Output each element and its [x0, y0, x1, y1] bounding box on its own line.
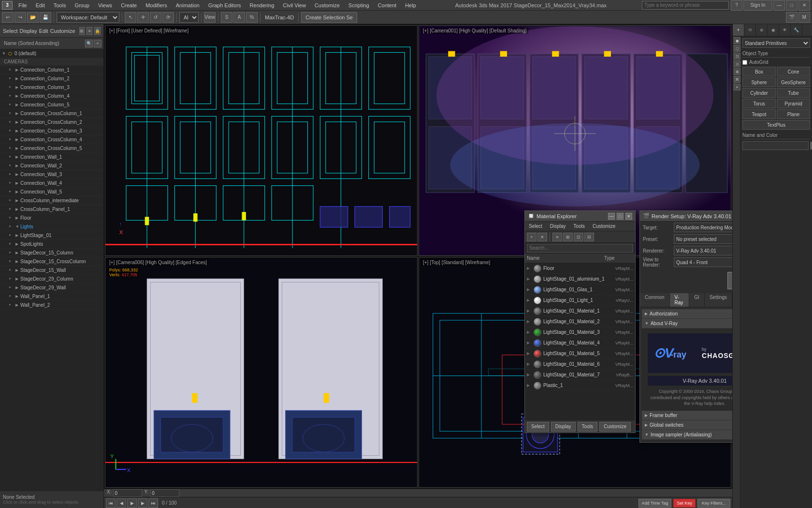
- sidebar-customize-label[interactable]: Customize: [50, 28, 75, 34]
- mat-footer-display[interactable]: Display: [551, 422, 576, 432]
- btn-textplus[interactable]: TextPlus: [742, 120, 810, 130]
- sidebar-lock-btn[interactable]: 🔒: [94, 27, 101, 35]
- right-icon-6[interactable]: ⌘: [734, 76, 740, 83]
- window-close-btn[interactable]: ✕: [798, 0, 810, 11]
- save-btn[interactable]: 💾: [40, 12, 51, 23]
- menu-tools[interactable]: Tools: [50, 1, 70, 9]
- category-dropdown[interactable]: Standard Primitives: [742, 38, 810, 48]
- render-target-dropdown[interactable]: Production Rendering Mode: [674, 223, 732, 232]
- menu-scripting[interactable]: Scripting: [345, 1, 373, 9]
- tree-item-2[interactable]: ● ▶ Connection_Column_3: [0, 83, 103, 92]
- menu-help[interactable]: Help: [401, 1, 420, 9]
- tree-item-24[interactable]: ● ▶ StageDecor_29_Wall: [0, 284, 103, 292]
- tree-item-22[interactable]: ● ▶ StageDecor_15_Wall: [0, 266, 103, 275]
- sidebar-icon-btn2[interactable]: ≡: [87, 27, 92, 35]
- sidebar-select-label[interactable]: Select: [3, 28, 18, 34]
- sidebar-expand-btn[interactable]: +: [94, 40, 102, 47]
- tree-item-25[interactable]: ● ▶ Wall_Panel_1: [0, 292, 103, 301]
- name-input[interactable]: [742, 141, 809, 150]
- framebuffer-section-header[interactable]: ▶ Frame buffer: [642, 411, 732, 420]
- panel-tab-modify[interactable]: ⟲: [744, 24, 756, 36]
- mat-item-10[interactable]: ▶ LightStage_01_Material_7 VRayB...: [525, 370, 635, 380]
- timeline-skip-end-btn[interactable]: ⏭: [148, 498, 158, 508]
- mat-menu-select[interactable]: Select: [527, 224, 544, 229]
- tree-item-lights[interactable]: ● ▼ Lights: [0, 223, 103, 231]
- render-tab-settings[interactable]: Settings: [705, 293, 732, 307]
- right-icon-1[interactable]: ◼: [734, 37, 740, 44]
- render-renderer-dropdown[interactable]: V-Ray Adv 3.40.01: [674, 246, 732, 255]
- key-filters-btn[interactable]: Key Filters...: [697, 499, 730, 508]
- mat-item-11[interactable]: ▶ Plastic_1 VRayM...: [525, 380, 635, 391]
- menu-group[interactable]: Group: [71, 1, 93, 9]
- timeline-skip-start-btn[interactable]: ⏮: [106, 498, 116, 508]
- render-tab-gi[interactable]: GI: [689, 293, 705, 307]
- render-preset-dropdown[interactable]: No preset selected: [674, 234, 732, 244]
- mat-item-2[interactable]: ▶ LightStage_01_Glas_1 VRayM...: [525, 284, 635, 295]
- tree-item-13[interactable]: ● ▶ Connection_Wall_4: [0, 179, 103, 188]
- menu-create[interactable]: Create: [117, 1, 141, 9]
- move-btn[interactable]: ✛: [137, 12, 149, 23]
- rotate-btn[interactable]: ↺: [150, 12, 161, 23]
- undo-btn[interactable]: ↩: [2, 12, 14, 23]
- signin-btn[interactable]: Sign In: [743, 0, 772, 11]
- timeline-prev-btn[interactable]: ◀: [116, 498, 126, 508]
- select-filter-dropdown[interactable]: All: [179, 12, 199, 23]
- mat-delete-btn[interactable]: ✕: [537, 233, 547, 241]
- tree-item-11[interactable]: ● ▶ Connection_Wall_2: [0, 162, 103, 170]
- menu-graph-editors[interactable]: Graph Editors: [204, 1, 245, 9]
- mat-view-btn2[interactable]: ⊞: [563, 233, 573, 241]
- tree-item-9[interactable]: ● ▶ Connection_CrossColumn_5: [0, 144, 103, 153]
- auth-section-header[interactable]: ▶ Authorization: [642, 309, 732, 319]
- ref-coord-btn[interactable]: View: [204, 12, 216, 23]
- btn-box[interactable]: Box: [742, 67, 776, 76]
- global-switches-section-header[interactable]: ▶ Global switches: [642, 420, 732, 430]
- x-coord-input[interactable]: [113, 489, 142, 497]
- panel-tab-create[interactable]: +: [733, 24, 744, 36]
- mat-view-btn4[interactable]: ⊟: [584, 233, 594, 241]
- redo-btn[interactable]: ↪: [14, 12, 26, 23]
- mat-explorer-minimize-btn[interactable]: —: [608, 213, 615, 220]
- set-key-btn[interactable]: Set Key: [673, 499, 696, 508]
- btn-teapot[interactable]: Teapot: [742, 109, 776, 119]
- btn-sphere[interactable]: Sphere: [742, 77, 776, 87]
- tree-item-19[interactable]: ● ▶ SpotLights: [0, 240, 103, 249]
- tree-item-10[interactable]: ● ▶ Connection_Wall_1: [0, 153, 103, 162]
- about-section-header[interactable]: ▼ About V-Ray: [642, 319, 732, 329]
- btn-pyramid[interactable]: Pyramid: [777, 99, 810, 108]
- sidebar-edit-label[interactable]: Edit: [39, 28, 48, 34]
- help-btn[interactable]: ?: [731, 0, 742, 11]
- menu-views[interactable]: Views: [94, 1, 116, 9]
- menu-rendering[interactable]: Rendering: [246, 1, 278, 9]
- render-tab-common[interactable]: Common: [640, 293, 670, 307]
- panel-tab-display[interactable]: 👁: [779, 24, 791, 36]
- btn-cylinder[interactable]: Cylinder: [742, 88, 776, 98]
- sidebar-icon-btn1[interactable]: ⊞: [79, 27, 85, 35]
- tree-item-5[interactable]: ● ▶ Connection_CrossColumn_1: [0, 109, 103, 118]
- search-input[interactable]: [642, 1, 729, 10]
- mat-footer-tools[interactable]: Tools: [578, 422, 597, 432]
- menu-edit[interactable]: Edit: [32, 1, 49, 9]
- tree-item-21[interactable]: ● ▶ StageDecor_15_CrossColumn: [0, 257, 103, 266]
- tree-root[interactable]: ▼ ⬡ 0 (default): [0, 49, 103, 58]
- percent-snap-btn[interactable]: %: [246, 12, 258, 23]
- tree-item-1[interactable]: ● ▶ Connection_Column_2: [0, 75, 103, 83]
- mat-new-btn[interactable]: +: [527, 233, 536, 241]
- tree-item-7[interactable]: ● ▶ Connection_CrossColumn_3: [0, 127, 103, 135]
- select-btn[interactable]: ↖: [125, 12, 136, 23]
- right-icon-4[interactable]: ⊙: [734, 60, 740, 67]
- mat-menu-tools[interactable]: Tools: [572, 224, 587, 229]
- render-tab-vray[interactable]: V-Ray: [670, 293, 690, 307]
- mat-item-7[interactable]: ▶ LightStage_01_Material_4 VRayM...: [525, 338, 635, 348]
- mat-item-0[interactable]: ▶ Floor VRayM...: [525, 263, 635, 274]
- menu-civil-view[interactable]: Civil View: [279, 1, 309, 9]
- tree-item-6[interactable]: ● ▶ Connection_CrossColumn_2: [0, 118, 103, 127]
- open-btn[interactable]: 📂: [27, 12, 39, 23]
- menu-file[interactable]: File: [14, 1, 31, 9]
- mat-footer-select[interactable]: Select: [527, 422, 549, 432]
- tree-item-18[interactable]: ● ▶ LightStage_01: [0, 231, 103, 240]
- mat-item-8[interactable]: ▶ LightStage_01_Material_5 VRayM...: [525, 348, 635, 359]
- y-coord-input[interactable]: [150, 489, 179, 497]
- mat-item-4[interactable]: ▶ LightStage_01_Material_1 VRayM...: [525, 306, 635, 316]
- right-icon-3[interactable]: ⊡: [734, 53, 740, 60]
- tree-item-3[interactable]: ● ▶ Connection_Column_4: [0, 92, 103, 101]
